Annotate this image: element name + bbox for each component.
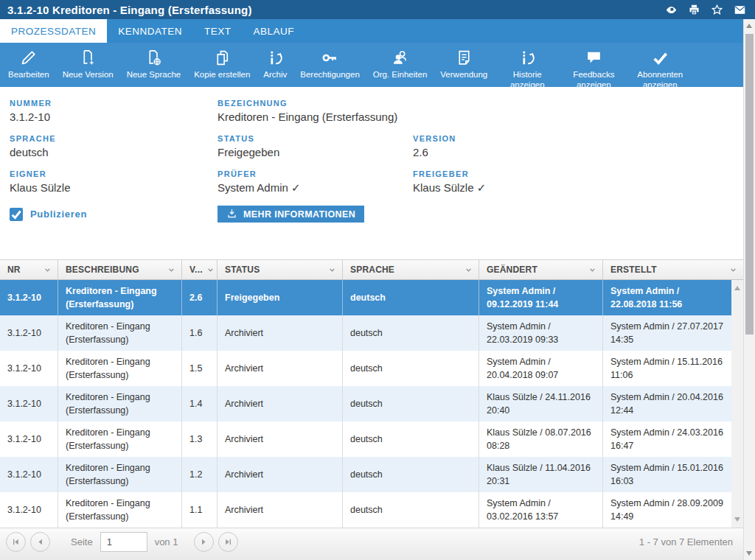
table-body: 3.1.2-10Kreditoren - Eingang (Ersterfass… [0,280,743,528]
archiv-button[interactable]: Archiv [257,43,293,82]
scroll-up-icon[interactable] [734,286,740,290]
checkmark-icon [10,208,23,221]
page-label: Seite [71,536,93,547]
cell-v: 1.2 [182,457,218,492]
tab-bar: PROZESSDATENKENNDATENTEXTABLAUF [0,19,743,43]
kopie-erstellen-button[interactable]: Kopie erstellen [187,43,257,82]
cell-sprache: deutsch [343,280,479,315]
column-header-beschreibung[interactable]: BESCHREIBUNG [58,260,182,279]
column-header-geändert[interactable]: GEÄNDERT [479,260,603,279]
cell-nr: 3.1.2-10 [0,315,58,351]
tab-kenndaten[interactable]: KENNDATEN [107,19,193,43]
feedback-icon [585,48,603,68]
chevron-down-icon[interactable] [167,265,176,275]
column-label: BESCHREIBUNG [66,265,139,275]
pagination-bar: Seite von 1 1 - 7 von 7 Elementen [0,528,743,560]
cell-v: 2.6 [182,280,218,315]
field-value: Freigegeben [218,146,413,158]
elements-count: 1 - 7 von 7 Elementen [639,536,733,547]
chevron-down-icon[interactable] [588,265,597,275]
column-header-status[interactable]: STATUS [218,260,343,279]
cell-geändert: Klaus Sülzle / 08.07.2016 08:28 [479,421,603,457]
table-row-v1.6[interactable]: 3.1.2-10Kreditoren - Eingang (Ersterfass… [0,315,731,351]
first-page-button[interactable] [6,532,26,552]
abonnenten-anzeigen-button[interactable]: Abonnenten anzeigen [627,43,693,92]
table-row-v1.1[interactable]: 3.1.2-10Kreditoren - Eingang (Ersterfass… [0,492,731,528]
star-icon[interactable] [711,4,723,16]
tab-prozessdaten[interactable]: PROZESSDATEN [0,19,107,43]
toolbar-button-label: Feedbacks anzeigen [567,70,620,91]
main-scrollbar [743,19,755,560]
cell-erstellt: System Admin / 28.09.2009 14:49 [603,492,731,528]
title-bar: 3.1.2-10 Kreditoren - Eingang (Ersterfas… [0,0,755,19]
cell-geändert: Klaus Sülzle / 24.11.2016 20:40 [479,386,603,421]
table-row-v1.3[interactable]: 3.1.2-10Kreditoren - Eingang (Ersterfass… [0,421,731,457]
scroll-up-icon[interactable] [746,24,752,28]
table-row-v2.6[interactable]: 3.1.2-10Kreditoren - Eingang (Ersterfass… [0,280,731,315]
cell-sprache: deutsch [343,315,479,351]
chevron-down-icon[interactable] [327,265,337,275]
chevron-down-icon[interactable] [464,265,473,275]
field-eigner: EIGNERKlaus Sülzle [10,169,218,195]
scrollbar-thumb[interactable] [745,34,754,335]
tab-text[interactable]: TEXT [193,19,243,43]
scroll-down-icon[interactable] [734,517,740,522]
tab-ablauf[interactable]: ABLAUF [243,19,306,43]
toolbar-button-label: Berechtigungen [300,70,360,80]
cell-beschreibung: Kreditoren - Eingang (Ersterfassung) [58,351,182,386]
detail-field-row: SPRACHEdeutschSTATUSFreigegebenVERSION2.… [10,134,743,158]
cell-erstellt: System Admin / 24.03.2016 16:47 [603,421,731,457]
cell-geändert: System Admin / 20.04.2018 09:07 [479,351,603,386]
cell-v: 1.3 [182,421,218,457]
historie-anzeigen-button[interactable]: Historie anzeigen [494,43,560,92]
field-value: 3.1.2-10 [10,111,218,123]
field-freigeber: FREIGEBERKlaus Sülzle ✓ [413,169,743,195]
chevron-down-icon[interactable] [206,265,215,275]
field-value: 2.6 [413,146,743,158]
berechtigungen-button[interactable]: Berechtigungen [293,43,366,82]
neue-version-button[interactable]: Neue Version [56,43,120,82]
field-label: EIGNER [10,169,218,178]
cell-erstellt: System Admin / 15.01.2016 16:03 [603,457,731,492]
page-number-input[interactable] [100,532,147,552]
field-label: FREIGEBER [413,169,743,178]
print-icon[interactable] [688,4,700,16]
bearbeiten-button[interactable]: Bearbeiten [1,43,56,82]
column-header-sprache[interactable]: SPRACHE [343,260,479,279]
subscribers-icon [651,48,669,68]
column-header-nr[interactable]: NR [0,260,58,279]
field-bezeichnung: BEZEICHNUNGKreditoren - Eingang (Ersterf… [218,99,413,123]
publish-checkbox[interactable] [10,208,23,221]
table-row-v1.5[interactable]: 3.1.2-10Kreditoren - Eingang (Ersterfass… [0,351,731,386]
toolbar-button-label: Neue Version [63,70,114,80]
pencil-icon [19,48,38,68]
column-label: GEÄNDERT [487,265,537,275]
feedbacks-anzeigen-button[interactable]: Feedbacks anzeigen [560,43,627,92]
cell-beschreibung: Kreditoren - Eingang (Ersterfassung) [58,386,182,421]
cell-erstellt: System Admin / 22.08.2018 11:56 [603,280,731,315]
scroll-down-icon[interactable] [746,551,752,556]
column-header-v[interactable]: V... [182,260,218,279]
column-header-erstellt[interactable]: ERSTELLT [603,260,743,279]
verwendung-button[interactable]: Verwendung [434,43,494,82]
publish-row: Publizieren MEHR INFORMATIONEN [10,206,743,223]
chevron-down-icon[interactable] [728,265,738,275]
table-header: NRBESCHREIBUNGV...STATUSSPRACHEGEÄNDERTE… [0,259,743,280]
org-einheiten-button[interactable]: Org. Einheiten [366,43,434,82]
last-page-button[interactable] [218,532,238,552]
neue-sprache-button[interactable]: Neue Sprache [120,43,188,82]
table-row-v1.2[interactable]: 3.1.2-10Kreditoren - Eingang (Ersterfass… [0,457,731,492]
eye-icon[interactable] [665,4,678,16]
next-page-button[interactable] [194,532,214,552]
field-status: STATUSFreigegeben [218,134,413,158]
mail-icon[interactable] [734,4,746,16]
field-value: Klaus Sülzle ✓ [413,181,743,195]
previous-page-button[interactable] [30,532,50,552]
table-row-v1.4[interactable]: 3.1.2-10Kreditoren - Eingang (Ersterfass… [0,386,731,421]
cell-sprache: deutsch [343,457,479,492]
more-information-button[interactable]: MEHR INFORMATIONEN [218,206,364,223]
org-units-icon [391,48,409,68]
cell-status: Freigegeben [218,280,343,315]
chevron-down-icon[interactable] [43,265,52,275]
table-scrollbar [731,280,743,528]
